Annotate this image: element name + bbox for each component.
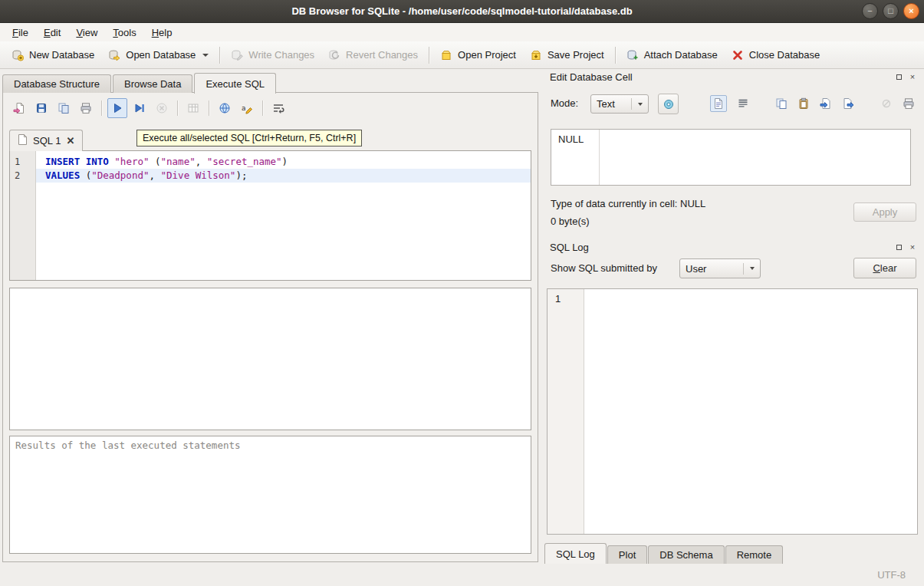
- open-sql-file-icon: [13, 102, 25, 114]
- text-view-toggle[interactable]: [710, 95, 727, 112]
- open-project-icon: [440, 49, 452, 61]
- mode-label: Mode:: [551, 97, 578, 109]
- status-bar: UTF-8: [0, 565, 924, 586]
- export-cell-button[interactable]: [842, 97, 854, 110]
- execute-tooltip: Execute all/selected SQL [Ctrl+Return, F…: [136, 130, 362, 146]
- execute-line-icon: [133, 102, 146, 114]
- code-line: VALUES ("Deadpond", "Dive Wilson");: [36, 169, 531, 183]
- print-cell-button[interactable]: [903, 97, 915, 110]
- execute-all-button[interactable]: [107, 98, 127, 118]
- tab-plot[interactable]: Plot: [607, 545, 647, 564]
- attach-database-icon: [626, 49, 639, 61]
- sql-tab[interactable]: SQL 1 ✕: [9, 130, 83, 151]
- save-sql-file-button[interactable]: [31, 98, 51, 118]
- cell-mode-row: Mode: Text: [541, 92, 924, 115]
- menu-tools[interactable]: Tools: [105, 23, 143, 41]
- save-project-button[interactable]: Save Project: [523, 45, 611, 65]
- sql-editor[interactable]: 12 INSERT INTO "hero" ("name", "secret_n…: [9, 150, 531, 281]
- cell-content-editor[interactable]: NULL: [551, 129, 911, 186]
- close-button[interactable]: ×: [903, 3, 919, 19]
- word-wrap-icon: [272, 102, 284, 114]
- sql-log-view[interactable]: 1: [547, 288, 918, 535]
- open-project-button[interactable]: Open Project: [433, 45, 523, 65]
- save-sql-file-icon: [35, 102, 48, 114]
- float-dock-icon[interactable]: [893, 71, 904, 82]
- main-toolbar: New Database Open Database Write Changes…: [0, 41, 924, 69]
- save-project-icon: [530, 49, 542, 61]
- code-line: INSERT INTO "hero" ("name", "secret_name…: [36, 155, 531, 169]
- write-changes-icon: [231, 49, 243, 61]
- revert-changes-button[interactable]: Revert Changes: [321, 45, 425, 65]
- log-content[interactable]: [584, 289, 917, 534]
- close-dock-icon[interactable]: ×: [907, 71, 918, 82]
- new-database-button[interactable]: New Database: [5, 45, 101, 65]
- line-number: 1: [10, 155, 35, 169]
- log-filter-select[interactable]: User: [679, 258, 761, 278]
- apply-button[interactable]: Apply: [853, 202, 916, 222]
- auto-mode-icon: [663, 98, 675, 110]
- stop-execution-button[interactable]: [152, 98, 172, 118]
- tab-browse-data[interactable]: Browse Data: [113, 74, 192, 93]
- table-grid-icon: [187, 102, 199, 114]
- tab-db-schema[interactable]: DB Schema: [648, 545, 724, 564]
- log-gutter: 1: [547, 289, 584, 534]
- toolbar-separator: [429, 47, 429, 64]
- set-null-button[interactable]: [880, 97, 893, 110]
- tab-sql-log[interactable]: SQL Log: [544, 543, 607, 564]
- title-bar: DB Browser for SQLite - /home/user/code/…: [0, 0, 924, 23]
- code-lines[interactable]: INSERT INTO "hero" ("name", "secret_name…: [36, 151, 531, 280]
- mode-select[interactable]: Text: [590, 94, 649, 114]
- toolbar-separator: [615, 47, 616, 64]
- sql-tab-close-icon[interactable]: ✕: [66, 135, 74, 146]
- menu-bar: File Edit View Tools Help: [0, 23, 924, 41]
- toolbar-separator: [177, 100, 178, 116]
- format-sql-icon: a: [241, 102, 253, 114]
- maximize-button[interactable]: □: [883, 3, 899, 19]
- print-sql-button[interactable]: [76, 98, 96, 118]
- close-database-button[interactable]: Close Database: [725, 45, 827, 65]
- close-dock-icon[interactable]: ×: [907, 242, 918, 252]
- menu-view[interactable]: View: [68, 23, 105, 41]
- import-cell-button[interactable]: [820, 97, 832, 110]
- auto-mode-button[interactable]: [658, 94, 679, 114]
- encoding-indicator[interactable]: UTF-8: [877, 569, 906, 581]
- revert-changes-icon: [328, 49, 340, 61]
- cell-text-area[interactable]: [599, 130, 910, 185]
- export-results-button[interactable]: [183, 98, 203, 118]
- tab-database-structure[interactable]: Database Structure: [2, 74, 111, 93]
- save-sql-as-button[interactable]: [54, 98, 74, 118]
- results-grid[interactable]: [9, 288, 531, 430]
- dock-tab-bar: SQL Log Plot DB Schema Remote: [544, 543, 784, 564]
- menu-file[interactable]: File: [5, 23, 36, 41]
- menu-help[interactable]: Help: [144, 23, 180, 41]
- open-database-button[interactable]: Open Database: [101, 45, 215, 65]
- open-sql-file-button[interactable]: [9, 98, 29, 118]
- tab-execute-sql[interactable]: Execute SQL: [194, 73, 276, 94]
- write-changes-button[interactable]: Write Changes: [224, 45, 321, 65]
- paste-cell-button[interactable]: [797, 97, 810, 110]
- menu-edit[interactable]: Edit: [36, 23, 68, 41]
- chevron-down-icon: [638, 103, 643, 106]
- window-controls: − □ ×: [862, 3, 919, 19]
- results-message-area[interactable]: Results of the last executed statements: [9, 436, 531, 554]
- open-database-dropdown-icon[interactable]: [202, 54, 209, 57]
- cell-null-value: NULL: [558, 133, 584, 145]
- copy-cell-button[interactable]: [775, 97, 788, 110]
- tab-remote[interactable]: Remote: [725, 545, 784, 564]
- word-wrap-cell-button[interactable]: [737, 97, 749, 110]
- execute-line-button[interactable]: [130, 98, 150, 118]
- clear-log-button[interactable]: Clear: [853, 258, 916, 278]
- open-in-browser-button[interactable]: [215, 98, 235, 118]
- minimize-button[interactable]: −: [862, 3, 878, 19]
- save-sql-as-icon: [58, 102, 70, 114]
- execute-sql-pane: a SQL 1 ✕ 12 INSERT INTO "hero" ("name",…: [2, 92, 538, 562]
- execute-all-icon: [111, 102, 123, 114]
- format-sql-button[interactable]: a: [237, 98, 257, 118]
- text-document-icon: [712, 97, 725, 110]
- print-icon: [80, 102, 92, 114]
- attach-database-button[interactable]: Attach Database: [620, 45, 725, 65]
- line-number: 2: [10, 169, 35, 183]
- word-wrap-button[interactable]: [268, 98, 288, 118]
- sql-tab-label: SQL 1: [33, 135, 61, 146]
- float-dock-icon[interactable]: [893, 242, 904, 252]
